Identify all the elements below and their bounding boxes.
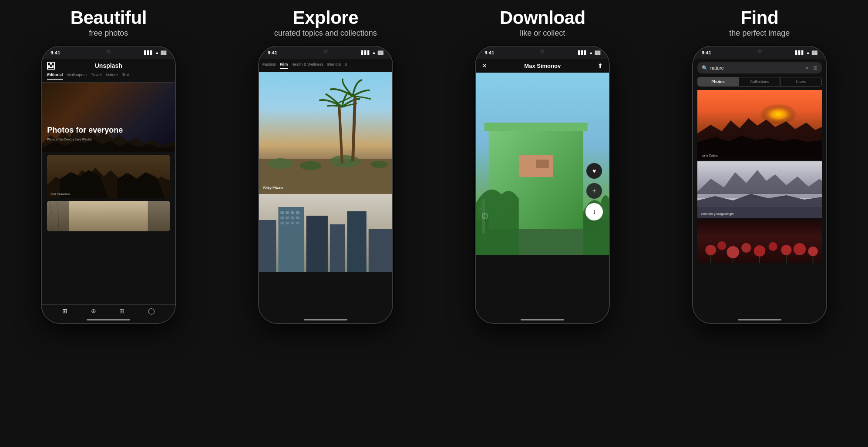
photo-card-1[interactable]: Ben Granados (47, 155, 170, 198)
collect-button[interactable]: ＋ (586, 183, 602, 199)
battery-icon-4: ▓▓ (812, 50, 818, 55)
download-button[interactable]: ↓ (585, 203, 603, 220)
search-tab-photos[interactable]: Photos (697, 77, 739, 87)
share-icon[interactable]: ⬆ (598, 62, 603, 69)
hero-text: Photos for everyone (47, 126, 123, 135)
svg-rect-30 (368, 229, 392, 272)
result-credit-1: Ivana Cajina (701, 154, 718, 157)
flowers-svg (697, 220, 822, 263)
svg-rect-39 (536, 160, 549, 168)
explore-main-photo[interactable]: Riley Pitzen (259, 72, 392, 194)
panel-header-explore: Explore curated topics and collections (274, 8, 377, 38)
wifi-icon-2: ▲ (372, 50, 376, 55)
wifi-icon-4: ▲ (806, 50, 810, 55)
signal-icon-3: ▋▋▋ (578, 50, 587, 55)
phone-notch-3 (516, 47, 569, 58)
search-tab-collections[interactable]: Collections (739, 77, 780, 87)
phone-notch-4 (733, 47, 786, 58)
screen-beautiful: Unsplash Editorial Wallpapers Travel Nat… (42, 59, 175, 323)
svg-point-48 (705, 245, 716, 255)
home-indicator-2 (304, 319, 347, 320)
hero-section: Photos for everyone Photo of the Day by … (42, 83, 175, 152)
photo-caption-1: Ben Granados (50, 193, 70, 196)
svg-rect-13 (259, 220, 276, 272)
search-bar[interactable]: 🔍 nature ✕ ⊞ (697, 62, 822, 73)
interior-svg (47, 201, 170, 231)
signal-icon-2: ▋▋▋ (361, 50, 370, 55)
svg-point-51 (741, 243, 751, 253)
phone-find: 9:41 ▋▋▋ ▲ ▓▓ 🔍 nature ✕ ⊞ Photos (692, 46, 827, 324)
signal-icon-4: ▋▋▋ (795, 50, 804, 55)
main-photo: ♥ ＋ ↓ ⓘ (476, 73, 609, 255)
landscape-photo: Ben Granados (47, 155, 170, 198)
bottom-nav-add[interactable]: ⊞ (119, 307, 124, 314)
search-tab-users[interactable]: Users (780, 77, 821, 87)
notch-camera-2 (323, 49, 328, 53)
panel-heading-explore: Explore (274, 8, 377, 28)
status-icons-3: ▋▋▋ ▲ ▓▓ (578, 50, 600, 55)
nav-tab-nature[interactable]: Nature (106, 73, 118, 80)
notch-camera-4 (757, 49, 762, 53)
nav-tab-text[interactable]: Text (122, 73, 130, 80)
hero-caption: Photo of the Day by Jake Weirick (47, 138, 92, 141)
battery-icon-1: ▓▓ (161, 50, 166, 55)
phone-notch-2 (299, 47, 352, 58)
close-icon[interactable]: ✕ (482, 62, 487, 69)
topic-fashion[interactable]: Fashion (262, 62, 276, 69)
info-icon[interactable]: ⓘ (482, 213, 488, 220)
signal-icon-1: ▋▋▋ (144, 50, 153, 55)
bottom-nav-search[interactable]: ⊕ (91, 307, 96, 314)
search-clear-icon[interactable]: ✕ (805, 66, 809, 70)
nav-tab-editorial[interactable]: Editorial (47, 73, 63, 80)
panel-download: Download like or collect 9:41 ▋▋▋ ▲ ▓▓ ✕… (434, 0, 651, 447)
bottom-nav-home[interactable]: ⊞ (62, 307, 67, 314)
search-icon: 🔍 (702, 65, 708, 71)
result-photo-1[interactable]: Ivana Cajina (697, 90, 822, 160)
topic-tabs: Fashion Film Health & Wellness Interiors… (259, 59, 392, 72)
svg-rect-15 (280, 211, 284, 214)
search-results: Ivana Cajina (693, 88, 826, 265)
search-filter-icon[interactable]: ⊞ (813, 65, 818, 71)
svg-rect-27 (306, 216, 327, 272)
svg-rect-21 (291, 217, 294, 219)
home-indicator-3 (521, 319, 564, 320)
svg-point-54 (781, 245, 792, 255)
panel-heading-beautiful: Beautiful (71, 8, 147, 28)
nav-tab-wallpapers[interactable]: Wallpapers (67, 73, 87, 80)
result-photo-3[interactable] (697, 220, 822, 263)
explore-bottom-photo[interactable] (259, 194, 392, 272)
svg-rect-24 (286, 222, 289, 224)
search-query[interactable]: nature (710, 65, 803, 70)
battery-icon-2: ▓▓ (378, 50, 384, 55)
result-photo-2[interactable]: eberhard grossgasteiger (697, 161, 822, 218)
svg-rect-41 (479, 207, 485, 210)
panel-find: Find the perfect image 9:41 ▋▋▋ ▲ ▓▓ 🔍 n… (651, 0, 868, 447)
like-button[interactable]: ♥ (586, 163, 602, 179)
status-time-1: 9:41 (50, 50, 60, 55)
photographer-name: Max Simonov (524, 63, 561, 69)
svg-point-52 (754, 245, 765, 257)
svg-point-7 (300, 161, 321, 170)
wifi-icon-1: ▲ (155, 50, 159, 55)
status-time-3: 9:41 (484, 50, 494, 55)
svg-rect-3 (148, 201, 170, 231)
topic-film[interactable]: Film (280, 62, 288, 69)
svg-point-50 (727, 246, 739, 258)
bottom-nav-profile[interactable]: ◯ (148, 307, 155, 314)
topic-interiors[interactable]: Interiors (327, 62, 341, 69)
nav-tab-travel[interactable]: Travel (91, 73, 102, 80)
svg-rect-28 (330, 224, 345, 272)
svg-rect-23 (280, 222, 284, 224)
panel-header-download: Download like or collect (500, 8, 585, 38)
unsplash-logo (47, 62, 55, 70)
svg-rect-20 (286, 217, 289, 219)
screen-find: 🔍 nature ✕ ⊞ Photos Collections Users (693, 59, 826, 323)
photo-card-2[interactable] (47, 201, 170, 231)
mountain-bw-svg (697, 161, 822, 218)
topic-health[interactable]: Health & Wellness (291, 62, 323, 69)
topic-more[interactable]: S (344, 62, 347, 69)
wifi-icon-3: ▲ (589, 50, 593, 55)
screen-explore: Fashion Film Health & Wellness Interiors… (259, 59, 392, 323)
explore-photo-credit: Riley Pitzen (263, 186, 283, 190)
status-icons-2: ▋▋▋ ▲ ▓▓ (361, 50, 384, 55)
